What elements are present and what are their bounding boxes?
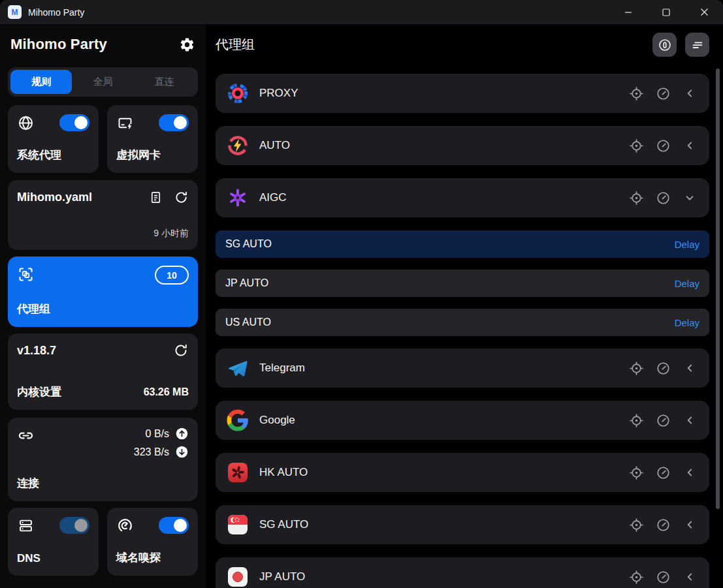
expand-group-button[interactable] <box>682 465 698 480</box>
globe-icon <box>17 114 35 132</box>
group-row-jp-auto[interactable]: JP AUTO <box>216 557 709 588</box>
system-proxy-label: 系统代理 <box>17 147 89 162</box>
page-title: 代理组 <box>216 36 255 54</box>
outbound-mode-tabs: 规则 全局 直连 <box>8 67 198 97</box>
tab-direct[interactable]: 直连 <box>134 70 195 94</box>
expand-group-button[interactable] <box>682 138 698 153</box>
delay-test-button[interactable] <box>655 360 671 376</box>
proxy-item-sg-auto[interactable]: SG AUTO Delay <box>216 230 709 258</box>
close-button[interactable] <box>685 0 723 24</box>
settings-button[interactable] <box>179 37 195 53</box>
delay-chip-toggle-button[interactable] <box>652 33 677 57</box>
delay-test-button[interactable] <box>655 85 671 101</box>
proxy-group-list: PROXY A <box>216 65 709 588</box>
system-proxy-toggle[interactable] <box>59 114 89 131</box>
delay-test-link[interactable]: Delay <box>675 278 699 289</box>
locate-node-button[interactable] <box>628 360 644 376</box>
group-row-aigc[interactable]: AIGC <box>216 178 709 217</box>
gauge-icon <box>656 361 671 376</box>
gauge-icon <box>656 570 671 585</box>
sniffer-toggle[interactable] <box>159 517 189 534</box>
hk-flag-icon <box>226 461 249 484</box>
vertical-scrollbar[interactable] <box>716 69 720 509</box>
proxy-item-us-auto[interactable]: US AUTO Delay <box>216 309 709 336</box>
chevron-left-icon <box>683 570 697 584</box>
proxy-groups-label: 代理组 <box>17 302 189 317</box>
group-name: JP AUTO <box>259 570 305 583</box>
locate-node-button[interactable] <box>628 569 644 585</box>
locate-node-button[interactable] <box>628 190 644 206</box>
tun-card[interactable]: 虚拟网卡 <box>107 105 198 173</box>
expand-group-button[interactable] <box>682 517 698 533</box>
locate-icon <box>629 570 644 585</box>
tun-label: 虚拟网卡 <box>116 147 189 162</box>
window-controls <box>609 0 723 24</box>
restart-core-button[interactable] <box>173 343 189 358</box>
profile-updated-time: 9 小时前 <box>153 228 189 240</box>
locate-node-button[interactable] <box>628 412 644 428</box>
core-settings-label: 内核设置 <box>17 384 61 399</box>
telegram-icon <box>226 356 249 380</box>
group-row-telegram[interactable]: Telegram <box>216 348 709 388</box>
delay-test-button[interactable] <box>655 412 671 428</box>
group-name: Google <box>259 414 295 427</box>
profile-card[interactable]: Mihomo.yaml 9 小时前 <box>8 180 198 250</box>
locate-node-button[interactable] <box>628 465 644 480</box>
delay-test-link[interactable]: Delay <box>675 317 699 328</box>
locate-node-button[interactable] <box>628 517 644 533</box>
group-row-proxy[interactable]: PROXY <box>216 74 709 113</box>
locate-icon <box>629 138 644 153</box>
gauge-icon <box>656 413 671 428</box>
sniffer-card[interactable]: 域名嗅探 <box>107 508 198 576</box>
proxy-group-icon <box>17 266 35 283</box>
group-list-style-button[interactable] <box>685 33 709 57</box>
expand-group-button[interactable] <box>682 360 698 376</box>
app-title: Mihomo Party <box>10 36 107 53</box>
group-row-google[interactable]: Google <box>216 401 709 440</box>
tab-global[interactable]: 全局 <box>72 70 133 94</box>
shutter-icon <box>226 82 249 105</box>
maximize-button[interactable] <box>647 0 685 24</box>
delay-test-button[interactable] <box>655 569 671 585</box>
minimize-button[interactable] <box>609 0 647 24</box>
delay-test-button[interactable] <box>655 190 671 206</box>
chevron-left-icon <box>683 86 697 101</box>
group-name: AIGC <box>259 191 287 204</box>
delay-test-link[interactable]: Delay <box>675 239 699 250</box>
upload-rate: 0 B/s <box>146 428 169 440</box>
dns-toggle[interactable] <box>59 517 89 534</box>
locate-icon <box>629 86 644 101</box>
gear-icon <box>179 37 195 53</box>
chevron-left-icon <box>683 518 697 532</box>
expand-group-button[interactable] <box>682 412 698 428</box>
locate-icon <box>629 465 644 480</box>
download-circle-icon <box>175 445 189 459</box>
system-proxy-card[interactable]: 系统代理 <box>8 105 99 173</box>
profile-name: Mihomo.yaml <box>17 191 92 204</box>
group-row-sg-auto[interactable]: SG AUTO <box>216 505 709 544</box>
proxy-item-jp-auto[interactable]: JP AUTO Delay <box>216 270 709 297</box>
zero-circle-icon <box>658 38 672 52</box>
tab-rule[interactable]: 规则 <box>10 70 72 94</box>
locate-icon <box>629 191 644 206</box>
edit-profile-button[interactable] <box>148 189 163 205</box>
expand-group-button[interactable] <box>682 569 698 585</box>
core-settings-card[interactable]: v1.18.7 内核设置 63.26 MB <box>8 333 198 410</box>
sidebar: Mihomo Party 规则 全局 直连 系统代理 <box>0 24 206 588</box>
delay-test-button[interactable] <box>655 138 671 153</box>
locate-node-button[interactable] <box>628 138 644 153</box>
update-profile-button[interactable] <box>173 189 189 205</box>
delay-test-button[interactable] <box>655 465 671 480</box>
locate-node-button[interactable] <box>628 85 644 101</box>
download-rate: 323 B/s <box>134 446 169 458</box>
dns-label: DNS <box>17 552 89 565</box>
group-row-hk-auto[interactable]: HK AUTO <box>216 453 709 492</box>
dns-card[interactable]: DNS <box>8 508 99 576</box>
expand-group-button[interactable] <box>682 85 698 101</box>
sidebar-item-proxy-groups[interactable]: 10 代理组 <box>8 256 198 327</box>
collapse-group-button[interactable] <box>682 190 698 206</box>
group-row-auto[interactable]: AUTO <box>216 126 709 165</box>
connections-card[interactable]: 0 B/s 323 B/s 连接 <box>8 418 198 501</box>
tun-toggle[interactable] <box>159 114 189 131</box>
delay-test-button[interactable] <box>655 517 671 533</box>
